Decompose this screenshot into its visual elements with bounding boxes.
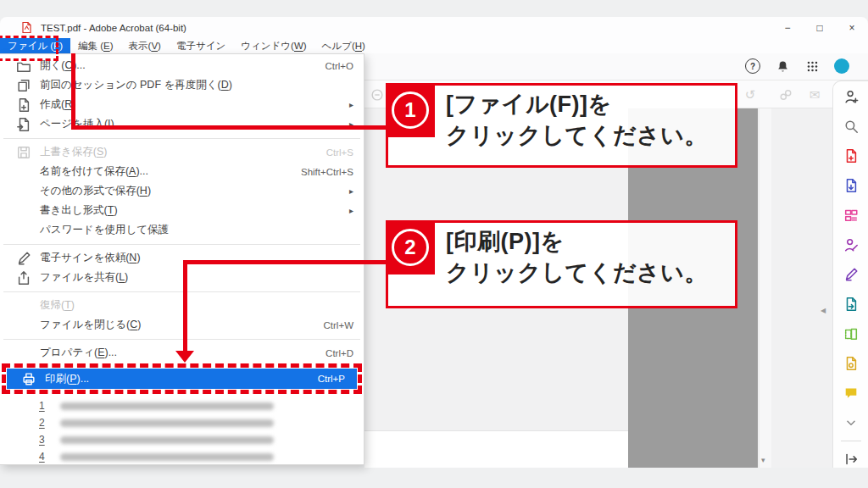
menu-item-shortcut: Shift+Ctrl+S — [301, 167, 353, 177]
menu-item-label: 名前を付けて保存(A)... — [40, 164, 148, 179]
recent-files-section: 1234 — [0, 394, 364, 465]
menu-item-shortcut: Ctrl+D — [326, 348, 353, 358]
link-icon — [776, 86, 795, 104]
file-menu-dropdown: 開く(O)...Ctrl+O前回のセッションの PDF を再度開く(D)作成(R… — [0, 53, 364, 465]
blurred-file-path — [60, 402, 274, 410]
menu-item-protect-password[interactable]: パスワードを使用して保護 — [0, 220, 364, 240]
menu-item-label: 書き出し形式(T) — [40, 203, 118, 218]
step-2-number: 2 — [392, 229, 429, 266]
panel-collapse-arrow-icon[interactable]: ◀ — [821, 307, 826, 314]
edit-pdf-icon[interactable] — [842, 325, 860, 342]
submenu-arrow-icon: ▸ — [349, 186, 353, 196]
menu-item-label: 印刷(P)... — [45, 372, 89, 386]
blurred-file-path — [60, 453, 274, 461]
search-icon[interactable] — [842, 118, 860, 135]
undo-icon: ↺ — [741, 86, 760, 104]
menu-item-export-to[interactable]: 書き出し形式(T)▸ — [0, 201, 364, 220]
menu-item-save-other[interactable]: その他の形式で保存(H)▸ — [0, 181, 364, 201]
menubar-item-help[interactable]: ヘルプ(H) — [314, 38, 373, 53]
help-icon[interactable]: ? — [743, 57, 762, 75]
annotation-dashed-box-file-menu — [0, 36, 58, 61]
callout-2-line-1: [印刷(P)]を — [446, 226, 732, 258]
doc-plus-icon — [15, 97, 32, 114]
connector-arrow-head — [175, 351, 194, 363]
session-icon — [15, 77, 32, 94]
submenu-arrow-icon: ▸ — [349, 100, 353, 109]
recent-file-item[interactable]: 3 — [0, 431, 364, 448]
menu-item-save[interactable]: 上書き保存(S)Ctrl+S — [0, 142, 364, 162]
menu-item-shortcut: Ctrl+S — [326, 147, 353, 158]
menu-item-shortcut: Ctrl+O — [325, 61, 353, 71]
menu-separator — [0, 335, 364, 343]
blank-icon — [15, 297, 32, 314]
menu-separator — [0, 134, 364, 142]
menu-item-share-file[interactable]: ファイルを共有(L) — [0, 268, 364, 287]
add-account-icon[interactable] — [842, 88, 860, 105]
blank-icon — [15, 183, 32, 200]
minimize-button[interactable]: − — [771, 17, 804, 38]
window-title: TEST.pdf - Adobe Acrobat (64-bit) — [41, 23, 186, 33]
recent-file-item[interactable]: 2 — [0, 414, 364, 431]
recent-file-item[interactable]: 1 — [0, 397, 364, 414]
menu-item-close-file[interactable]: ファイルを閉じる(C)Ctrl+W — [0, 315, 364, 335]
menu-item-revert[interactable]: 復帰(T) — [0, 296, 364, 315]
share-icon — [15, 269, 32, 286]
menu-item-label: パスワードを使用して保護 — [40, 223, 169, 237]
menu-item-label: 電子サインを依頼(N) — [40, 251, 141, 265]
scroll-down-icon[interactable]: ▾ — [761, 456, 765, 464]
request-esign-icon[interactable] — [842, 236, 860, 253]
menu-item-label: その他の形式で保存(H) — [40, 184, 151, 198]
blank-icon — [15, 317, 32, 334]
rail-separator — [841, 441, 861, 441]
menu-item-reopen-session[interactable]: 前回のセッションの PDF を再度開く(D) — [0, 75, 364, 95]
maximize-button[interactable]: □ — [804, 17, 836, 38]
menu-item-insert-pages[interactable]: ページを挿入(I)▸ — [0, 114, 364, 134]
menu-item-label: プロパティ(E)... — [40, 346, 117, 360]
menu-item-request-esign[interactable]: 電子サインを依頼(N) — [0, 248, 364, 268]
menu-item-label: 前回のセッションの PDF を再度開く(D) — [40, 78, 232, 92]
step-1-number: 1 — [392, 92, 429, 129]
desktop-background-bottom — [0, 468, 868, 488]
comment-icon[interactable] — [842, 385, 860, 402]
printer-icon — [20, 370, 37, 387]
floppy-icon — [15, 144, 32, 161]
callout-1-line-1: [ファイル(F)]を — [446, 89, 732, 120]
more-tools-icon[interactable] — [842, 414, 860, 431]
menu-item-label: ファイルを共有(L) — [40, 270, 128, 285]
step-2-badge: 2 — [386, 220, 435, 274]
blurred-file-path — [60, 419, 274, 427]
blank-icon — [15, 202, 32, 219]
apps-grid-icon[interactable] — [803, 57, 821, 75]
combine-files-icon[interactable] — [842, 177, 860, 194]
menu-item-label: 上書き保存(S) — [40, 145, 107, 159]
callout-1-line-2: クリックしてください。 — [446, 120, 732, 152]
menu-separator — [0, 240, 364, 248]
pdf-file-icon — [20, 21, 33, 34]
notifications-bell-icon[interactable] — [773, 57, 792, 75]
menu-item-save-as[interactable]: 名前を付けて保存(A)...Shift+Ctrl+S — [0, 162, 364, 181]
step-1-badge: 1 — [386, 83, 435, 137]
menubar-item-window[interactable]: ウィンドウ(W) — [233, 38, 314, 53]
blank-icon — [15, 164, 32, 180]
organize-pages-icon[interactable] — [842, 207, 860, 224]
menu-item-shortcut: Ctrl+W — [324, 320, 353, 330]
close-button[interactable]: × — [836, 17, 868, 38]
desktop-background-top — [0, 0, 868, 17]
vertical-scrollbar[interactable]: ▾ — [759, 108, 771, 468]
menubar-item-view[interactable]: 表示(V) — [121, 38, 169, 53]
connector-line-1-vertical — [71, 53, 75, 130]
blurred-file-path — [60, 436, 274, 444]
menubar-item-edit[interactable]: 編集 (E) — [70, 38, 121, 53]
fill-sign-icon[interactable] — [842, 266, 860, 283]
menu-item-create[interactable]: 作成(R)▸ — [0, 95, 364, 114]
avatar[interactable] — [832, 57, 851, 75]
recent-file-item[interactable]: 4 — [0, 448, 364, 465]
export-pdf-icon[interactable] — [842, 296, 860, 313]
menubar-item-esign[interactable]: 電子サイン — [169, 38, 233, 53]
menu-item-print[interactable]: 印刷(P)...Ctrl+P — [7, 369, 357, 389]
collapse-panel-icon[interactable] — [842, 451, 860, 468]
zoom-out-icon[interactable] — [368, 86, 387, 104]
create-pdf-icon[interactable] — [842, 147, 860, 164]
menu-bar: ファイル (F)編集 (E)表示(V)電子サインウィンドウ(W)ヘルプ(H) — [0, 38, 868, 53]
scan-ocr-icon[interactable] — [842, 355, 860, 372]
